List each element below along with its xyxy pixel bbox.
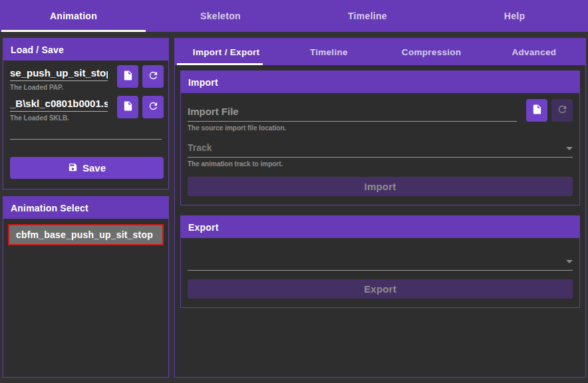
import-card-title: Import [188, 77, 218, 88]
import-file-row: Import File [188, 99, 573, 122]
tab-timeline[interactable]: Timeline [294, 0, 441, 32]
export-card-title: Export [188, 222, 219, 233]
export-button[interactable]: Export [188, 279, 573, 299]
export-card-header: Export [181, 216, 579, 238]
sklb-field-row: _B\skl_c0801b0001.sklb The Loaded SKLB. [3, 91, 168, 122]
top-nav-bar: Animation Skeleton Timeline Help [0, 0, 588, 32]
animation-list-item-label: cbfm_base_push_up_sit_stop [16, 229, 153, 240]
animation-select-header: Animation Select [3, 197, 168, 219]
pap-field-row: se_push_up_sit_stop.pap The Loaded PAP. [3, 61, 168, 91]
import-file-helper: The source import file location. [188, 124, 573, 132]
tab-advanced[interactable]: Advanced [483, 39, 585, 65]
animation-select-title: Animation Select [11, 203, 88, 213]
tab-skeleton[interactable]: Skeleton [147, 0, 294, 32]
file-icon [122, 70, 134, 83]
active-tab-underline [1, 30, 146, 32]
tab-compression[interactable]: Compression [380, 39, 483, 65]
tab-advanced-label: Advanced [512, 47, 556, 57]
export-card-body: Export [181, 238, 579, 307]
sklb-helper-text: The Loaded SKLB. [10, 114, 108, 122]
save-button[interactable]: Save [10, 157, 164, 179]
file-icon [531, 104, 543, 117]
tab-compression-label: Compression [402, 47, 462, 57]
chevron-down-icon [566, 147, 573, 150]
load-save-title: Load / Save [11, 45, 64, 55]
pap-input[interactable]: se_push_up_sit_stop.pap [10, 65, 108, 81]
import-export-panel: Import / Export Timeline Compression Adv… [174, 38, 586, 378]
active-tab-underline [177, 63, 263, 65]
import-file-input[interactable]: Import File [188, 99, 517, 122]
refresh-icon [148, 100, 159, 114]
tab-import-export[interactable]: Import / Export [175, 39, 277, 65]
sklb-input[interactable]: _B\skl_c0801b0001.sklb [10, 96, 108, 112]
pap-field[interactable]: se_push_up_sit_stop.pap The Loaded PAP. [10, 65, 108, 91]
track-helper: The animation track to import. [188, 160, 573, 168]
tab-animation-label: Animation [50, 11, 97, 21]
track-placeholder: Track [188, 142, 212, 153]
tab-help[interactable]: Help [441, 0, 588, 32]
animation-list-item-selected[interactable]: cbfm_base_push_up_sit_stop [8, 224, 164, 245]
open-pap-file-button[interactable] [117, 65, 138, 88]
tab-import-export-label: Import / Export [193, 47, 260, 57]
export-card: Export Export [180, 215, 580, 308]
tab-timeline-right[interactable]: Timeline [277, 39, 380, 65]
import-button-label: Import [365, 181, 396, 192]
save-floppy-icon [68, 162, 82, 174]
import-card: Import Import File The source import fil… [180, 70, 580, 205]
tab-timeline-right-label: Timeline [310, 47, 348, 57]
import-card-header: Import [181, 71, 579, 93]
open-sklb-file-button[interactable] [117, 96, 138, 118]
browse-import-file-button[interactable] [526, 99, 547, 122]
track-select[interactable]: Track [188, 142, 573, 158]
refresh-icon [557, 104, 568, 117]
import-file-placeholder: Import File [188, 106, 239, 117]
tab-skeleton-label: Skeleton [200, 11, 241, 21]
animation-select-panel: Animation Select cbfm_base_push_up_sit_s… [3, 196, 169, 378]
load-save-panel: Load / Save se_push_up_sit_stop.pap The … [3, 38, 169, 190]
load-save-header: Load / Save [3, 39, 168, 61]
sklb-field[interactable]: _B\skl_c0801b0001.sklb The Loaded SKLB. [10, 96, 108, 122]
save-button-label: Save [82, 162, 106, 174]
reload-sklb-button[interactable] [142, 96, 164, 118]
right-tab-bar: Import / Export Timeline Compression Adv… [175, 39, 585, 65]
file-icon [122, 100, 134, 114]
refresh-icon [148, 70, 159, 83]
import-card-body: Import File The source import file locat… [181, 93, 579, 205]
chevron-down-icon [566, 260, 573, 263]
pap-helper-text: The Loaded PAP. [10, 84, 108, 91]
empty-field-underline[interactable] [10, 139, 162, 140]
reload-pap-button[interactable] [142, 65, 164, 88]
reload-import-file-button[interactable] [551, 99, 573, 122]
export-button-label: Export [364, 283, 396, 295]
import-button[interactable]: Import [188, 177, 573, 196]
tab-timeline-label: Timeline [348, 11, 387, 21]
export-select[interactable] [188, 251, 573, 271]
tab-animation[interactable]: Animation [0, 0, 147, 32]
tab-help-label: Help [504, 11, 525, 21]
